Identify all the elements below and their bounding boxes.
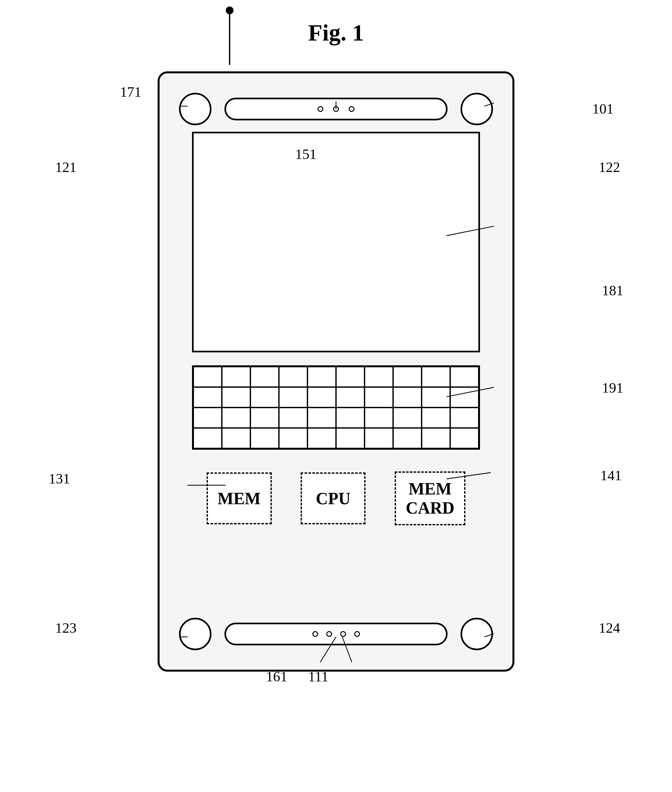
- antenna-dot: [226, 6, 234, 14]
- key-16[interactable]: [336, 387, 365, 407]
- top-speaker-bar: [224, 98, 448, 120]
- key-31[interactable]: [193, 428, 222, 448]
- ref-131: 131: [49, 470, 70, 487]
- bottom-speaker-dot-3: [340, 631, 346, 637]
- ref-123: 123: [55, 620, 77, 636]
- key-37[interactable]: [365, 428, 393, 448]
- key-38[interactable]: [393, 428, 422, 448]
- bottom-speaker-dot-4: [354, 631, 360, 637]
- mem-card-module: MEM CARD: [395, 471, 466, 525]
- key-20[interactable]: [450, 387, 479, 407]
- bottom-right-button[interactable]: [461, 618, 493, 650]
- page-title: Fig. 1: [308, 19, 364, 46]
- key-26[interactable]: [336, 407, 365, 428]
- key-2[interactable]: [222, 367, 250, 387]
- speaker-dot-3: [349, 106, 355, 112]
- bottom-speaker-dot-2: [326, 631, 332, 637]
- bottom-controls-row: [160, 618, 512, 650]
- key-30[interactable]: [450, 407, 479, 428]
- key-5[interactable]: [307, 367, 336, 387]
- ref-161: 161: [266, 669, 287, 685]
- key-7[interactable]: [365, 367, 393, 387]
- key-36[interactable]: [336, 428, 365, 448]
- key-10[interactable]: [450, 367, 479, 387]
- ref-151: 151: [295, 146, 317, 162]
- top-left-button[interactable]: [179, 93, 211, 125]
- antenna: [229, 13, 230, 65]
- key-12[interactable]: [222, 387, 250, 407]
- components-row: MEM CPU MEM CARD: [192, 466, 480, 531]
- ref-111: 111: [308, 669, 328, 685]
- key-6[interactable]: [336, 367, 365, 387]
- key-32[interactable]: [222, 428, 250, 448]
- key-35[interactable]: [307, 428, 336, 448]
- key-28[interactable]: [393, 407, 422, 428]
- key-9[interactable]: [422, 367, 450, 387]
- bottom-speaker-bar: [224, 623, 448, 645]
- device-wrapper: MEM CPU MEM CARD: [158, 71, 514, 688]
- bottom-left-button[interactable]: [179, 618, 211, 650]
- key-22[interactable]: [222, 407, 250, 428]
- key-40[interactable]: [450, 428, 479, 448]
- bottom-speaker-dot-1: [312, 631, 318, 637]
- ref-181: 181: [602, 282, 623, 299]
- speaker-dot-1: [317, 106, 323, 112]
- device-screen[interactable]: [192, 132, 480, 353]
- key-34[interactable]: [279, 428, 307, 448]
- cpu-module: CPU: [301, 472, 365, 524]
- speaker-dot-2: [333, 106, 339, 112]
- key-27[interactable]: [365, 407, 393, 428]
- key-21[interactable]: [193, 407, 222, 428]
- key-18[interactable]: [393, 387, 422, 407]
- ref-141: 141: [600, 467, 622, 484]
- ref-191: 191: [602, 380, 623, 396]
- key-3[interactable]: [250, 367, 279, 387]
- keypad[interactable]: [192, 366, 480, 450]
- ref-122: 122: [599, 159, 620, 176]
- ref-124: 124: [599, 620, 620, 636]
- key-8[interactable]: [393, 367, 422, 387]
- key-1[interactable]: [193, 367, 222, 387]
- key-14[interactable]: [279, 387, 307, 407]
- mem-module: MEM: [206, 472, 272, 524]
- ref-121: 121: [55, 159, 77, 176]
- key-15[interactable]: [307, 387, 336, 407]
- key-23[interactable]: [250, 407, 279, 428]
- key-13[interactable]: [250, 387, 279, 407]
- ref-101: 101: [592, 101, 614, 117]
- top-controls-row: [160, 93, 512, 125]
- key-25[interactable]: [307, 407, 336, 428]
- ref-171: 171: [120, 84, 141, 100]
- key-11[interactable]: [193, 387, 222, 407]
- key-17[interactable]: [365, 387, 393, 407]
- key-4[interactable]: [279, 367, 307, 387]
- device-body: MEM CPU MEM CARD: [158, 71, 514, 672]
- key-39[interactable]: [422, 428, 450, 448]
- key-29[interactable]: [422, 407, 450, 428]
- key-33[interactable]: [250, 428, 279, 448]
- key-19[interactable]: [422, 387, 450, 407]
- key-24[interactable]: [279, 407, 307, 428]
- top-right-button[interactable]: [461, 93, 493, 125]
